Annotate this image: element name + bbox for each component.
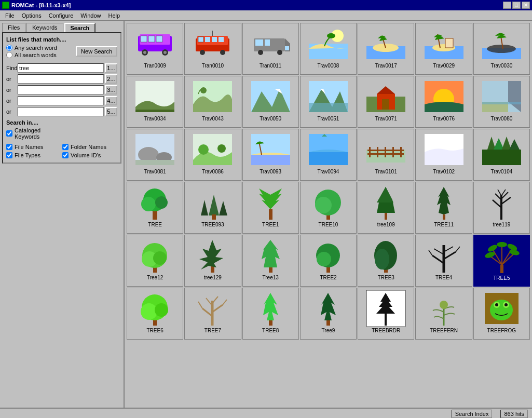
cell-image xyxy=(134,237,176,274)
image-cell[interactable]: TREE093 xyxy=(184,182,241,234)
menu-bar: File Options Configure Window Help xyxy=(0,10,532,21)
image-cell[interactable]: TREE5 xyxy=(473,235,530,287)
image-cell[interactable]: Trav0029 xyxy=(415,23,472,75)
image-cell[interactable]: TREE8 xyxy=(242,288,299,340)
svg-point-36 xyxy=(487,45,516,53)
find-input-2[interactable] xyxy=(18,74,104,84)
image-cell[interactable]: Trav0093 xyxy=(242,129,299,181)
tab-files[interactable]: Files xyxy=(2,23,25,32)
image-cell[interactable]: TREE xyxy=(127,182,183,234)
cell-image xyxy=(307,290,349,327)
image-cell[interactable]: Trav0034 xyxy=(127,76,183,128)
image-cell[interactable]: TREE10 xyxy=(300,182,357,234)
search-in-label: Search in.... xyxy=(6,119,117,126)
image-cell[interactable]: TREEFERN xyxy=(415,288,472,340)
svg-line-144 xyxy=(212,296,218,303)
main-container: Files Keywords Search List files that ma… xyxy=(0,21,532,408)
image-cell[interactable]: TREEBRDR xyxy=(358,288,414,340)
image-cell[interactable]: TREE2 xyxy=(300,235,357,287)
cell-image xyxy=(250,184,291,221)
image-cell[interactable]: tree109 xyxy=(358,182,414,234)
minimize-button[interactable]: _ xyxy=(503,2,511,9)
image-cell[interactable]: Trav0081 xyxy=(127,129,183,181)
image-cell[interactable]: TREE4 xyxy=(415,235,472,287)
image-cell[interactable]: Trav0043 xyxy=(184,76,241,128)
image-cell[interactable]: TREEFROG xyxy=(473,288,530,340)
image-cell[interactable]: Tran0011 xyxy=(242,23,299,75)
find-num-5[interactable]: 5... xyxy=(105,107,117,116)
match-label: List files that match.... xyxy=(6,36,117,43)
image-grid-container[interactable]: Tran0009Tran0010Tran0011Trav0008Trav0017… xyxy=(125,21,532,408)
cell-image xyxy=(365,78,407,115)
image-cell[interactable]: Tree12 xyxy=(127,235,183,287)
image-cell[interactable]: Trav0076 xyxy=(415,76,472,128)
menu-configure[interactable]: Configure xyxy=(46,12,77,19)
image-cell[interactable]: TREE1 xyxy=(242,182,299,234)
image-cell[interactable]: Trav0080 xyxy=(473,76,530,128)
title-bar: ROMCat - [8-11-x3-x4] _ □ ✕ xyxy=(0,0,532,10)
find-input-3[interactable] xyxy=(18,85,104,95)
image-cell[interactable]: Trav0086 xyxy=(184,129,241,181)
image-cell[interactable]: TREE6 xyxy=(127,288,183,340)
cell-label: tree109 xyxy=(377,222,395,227)
menu-options[interactable]: Options xyxy=(19,12,45,19)
svg-point-80 xyxy=(141,197,156,211)
image-cell[interactable]: TREE11 xyxy=(415,182,472,234)
image-cell[interactable]: Trav0008 xyxy=(300,23,357,75)
cell-image xyxy=(192,290,234,327)
find-input-5[interactable] xyxy=(18,107,104,116)
image-cell[interactable]: Tree9 xyxy=(300,288,357,340)
cb-filenames[interactable] xyxy=(6,144,12,150)
radio-all-words[interactable] xyxy=(6,52,12,58)
new-search-button[interactable]: New Search xyxy=(76,46,117,57)
right-panel: Tran0009Tran0010Tran0011Trav0008Trav0017… xyxy=(125,21,532,408)
search-panel: List files that match.... Any search wor… xyxy=(2,32,121,164)
image-cell[interactable]: Trav0017 xyxy=(358,23,414,75)
menu-help[interactable]: Help xyxy=(105,12,123,19)
find-input-1[interactable] xyxy=(18,63,104,73)
image-cell[interactable]: Tree13 xyxy=(242,235,299,287)
svg-rect-78 xyxy=(153,210,157,220)
cell-image xyxy=(481,25,522,62)
find-input-4[interactable] xyxy=(18,96,104,105)
image-cell[interactable]: TREE7 xyxy=(184,288,241,340)
find-num-1[interactable]: 1... xyxy=(105,63,117,73)
cell-image xyxy=(307,184,349,221)
find-num-2[interactable]: 2... xyxy=(105,74,117,84)
find-num-3[interactable]: 3... xyxy=(105,85,117,95)
cb-cataloged[interactable] xyxy=(6,130,12,137)
image-cell[interactable]: tree119 xyxy=(473,182,530,234)
svg-marker-94 xyxy=(437,187,451,214)
menu-window[interactable]: Window xyxy=(77,12,104,19)
close-button[interactable]: ✕ xyxy=(522,2,530,9)
menu-file[interactable]: File xyxy=(2,12,18,19)
cb-volumeids[interactable] xyxy=(62,152,69,158)
image-cell[interactable]: Trav0071 xyxy=(358,76,414,128)
image-cell[interactable]: Trav0094 xyxy=(300,129,357,181)
image-cell[interactable]: tree129 xyxy=(184,235,241,287)
cell-image xyxy=(365,131,407,168)
svg-point-133 xyxy=(497,242,507,247)
image-cell[interactable]: Trav0102 xyxy=(415,129,472,181)
image-cell[interactable]: Trav0051 xyxy=(300,76,357,128)
image-cell[interactable]: Trav0030 xyxy=(473,23,530,75)
cb-volumeids-label: Volume ID's xyxy=(71,152,101,158)
image-cell[interactable]: Trav0104 xyxy=(473,129,530,181)
svg-point-23 xyxy=(277,50,282,55)
find-num-4[interactable]: 4... xyxy=(105,96,117,105)
image-grid: Tran0009Tran0010Tran0011Trav0008Trav0017… xyxy=(127,23,530,340)
tab-keywords[interactable]: Keywords xyxy=(26,23,63,32)
svg-point-157 xyxy=(490,300,513,320)
image-cell[interactable]: Tran0010 xyxy=(184,23,241,75)
image-cell[interactable]: Trav0101 xyxy=(358,129,414,181)
cell-image xyxy=(192,78,234,115)
image-cell[interactable]: TREE3 xyxy=(358,235,414,287)
cb-foldernames[interactable] xyxy=(62,144,69,150)
maximize-button[interactable]: □ xyxy=(512,2,521,9)
radio-any-word[interactable] xyxy=(6,45,12,51)
cb-filetypes[interactable] xyxy=(6,152,12,158)
image-cell[interactable]: Trav0050 xyxy=(242,76,299,128)
or-label-2: or xyxy=(6,87,17,93)
tab-search[interactable]: Search xyxy=(64,23,96,32)
image-cell[interactable]: Tran0009 xyxy=(127,23,183,75)
